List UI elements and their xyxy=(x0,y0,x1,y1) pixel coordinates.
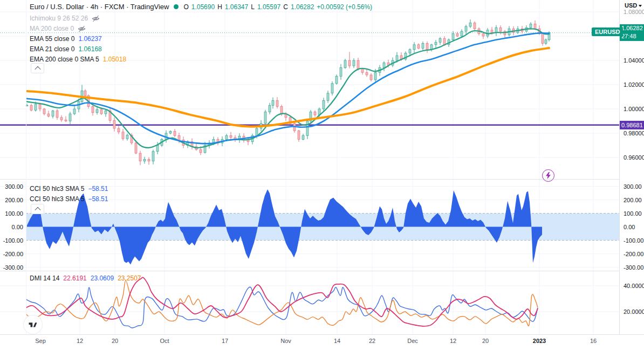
cci-tick: -100.00 xyxy=(624,237,643,244)
ohlc-high-label: H xyxy=(217,3,222,11)
price-tick: 1.02000 xyxy=(624,81,644,88)
last-price-value: 1.06282 xyxy=(621,24,644,32)
dmi-tick: 40.0000 xyxy=(624,283,644,289)
time-tick: 12 xyxy=(450,338,456,344)
indicator-cci1-label[interactable]: CCI 50 hlc3 SMA 5 xyxy=(30,185,84,193)
ohlc-change-value: +0.00592 (+0.56%) xyxy=(317,3,372,11)
ohlc-close-label: C xyxy=(283,3,288,11)
chevron-up-icon xyxy=(35,66,40,72)
indicator-ema21-value: 1.06168 xyxy=(78,45,101,53)
ohlc-high-value: 1.06347 xyxy=(225,3,248,11)
ohlc-close-value: 1.06282 xyxy=(291,3,314,11)
cci-tick-left: 300.00 xyxy=(5,183,23,190)
currency-dropdown[interactable]: USD xyxy=(625,2,642,9)
time-tick: 20 xyxy=(482,338,489,344)
indicator-cci2-label[interactable]: CCI 50 hlc3 SMA 5 xyxy=(30,195,84,203)
indicator-ichimoku-label[interactable]: Ichimoku 9 26 52 26 xyxy=(30,15,88,22)
cci-tick-left: -200.00 xyxy=(3,251,23,257)
pane-divider[interactable] xyxy=(0,271,619,271)
cci-tick-left: -300.00 xyxy=(3,264,23,271)
collapse-cci-legend-button[interactable] xyxy=(31,204,44,214)
cci-tick: -300.00 xyxy=(624,264,643,271)
series-marker-dot[interactable] xyxy=(174,4,179,9)
symbol-price-tag: EURUSD xyxy=(592,28,623,36)
right-price-axis[interactable]: USD 1.080001.040001.020001.000000.980000… xyxy=(620,0,644,350)
countdown-timer: 27:48 xyxy=(621,32,644,40)
flash-events-icon[interactable] xyxy=(542,169,554,182)
cci-tick: 0.00 xyxy=(624,224,635,230)
price-tick: 0.98000 xyxy=(624,130,644,136)
pane-divider[interactable] xyxy=(0,179,619,180)
currency-label: USD xyxy=(625,2,637,9)
ohlc-open-label: O xyxy=(183,3,188,11)
indicator-ema21-label[interactable]: EMA 21 close 0 xyxy=(30,45,74,53)
cci-tick: 100.00 xyxy=(624,210,642,217)
tradingview-chart-window: { "header": { "title": "Euro / U.S. Doll… xyxy=(0,0,644,350)
tradingview-logo[interactable] xyxy=(24,315,42,334)
indicator-dmi-plusdi-value: 23.0609 xyxy=(91,274,114,282)
indicator-dmi-label[interactable]: DMI 14 14 xyxy=(30,274,59,282)
cci-pane-chart[interactable] xyxy=(0,179,619,271)
cci-tick: 300.00 xyxy=(624,183,642,190)
time-tick: Sep xyxy=(35,338,46,344)
price-tick: 1.04000 xyxy=(624,57,644,64)
indicator-ema200-label[interactable]: EMA 200 close 0 SMA 5 xyxy=(30,56,99,63)
indicator-dmi-minusdi-value: 23.2507 xyxy=(118,274,141,282)
eye-hidden-icon[interactable] xyxy=(78,25,86,32)
chevron-up-icon xyxy=(35,207,40,212)
time-tick: Dec xyxy=(407,338,418,344)
indicator-cci2-value: −58.51 xyxy=(88,195,108,203)
cci-tick: -200.00 xyxy=(624,251,643,257)
indicator-ema200-value: 1.05018 xyxy=(103,56,126,63)
cci-tick-left: -100.00 xyxy=(3,237,23,244)
indicator-ema55-value: 1.06237 xyxy=(78,35,101,43)
indicator-ma200-label[interactable]: MA 200 close 0 xyxy=(30,25,74,32)
price-tick: 1.00000 xyxy=(624,106,644,112)
eye-hidden-icon[interactable] xyxy=(92,15,100,22)
ohlc-readout: O1.05690 H1.06347 L1.05597 C1.06282 +0.0… xyxy=(183,3,372,11)
time-tick: 20 xyxy=(112,338,118,344)
time-tick: 14 xyxy=(334,338,340,344)
ohlc-open-value: 1.05690 xyxy=(191,3,215,11)
cci-tick-left: 0.00 xyxy=(12,224,23,230)
ohlc-low-value: 1.05597 xyxy=(257,3,280,11)
cci-tick-left: 200.00 xyxy=(5,197,23,203)
level-price-badge: 0.98681 xyxy=(620,121,644,129)
ohlc-low-label: L xyxy=(251,3,255,11)
time-tick: Nov xyxy=(280,338,291,344)
price-pane-chart[interactable] xyxy=(0,0,619,179)
time-axis[interactable]: Sep1220Oct17Nov1422Dec1220202316 A xyxy=(0,334,644,350)
indicator-ema55-label[interactable]: EMA 55 close 0 xyxy=(30,35,74,43)
time-tick: 16 xyxy=(590,338,597,344)
cci-tick-left: 100.00 xyxy=(5,210,23,217)
left-gutter-line xyxy=(26,0,26,334)
cci-tick: 200.00 xyxy=(624,197,642,203)
indicator-cci1-value: −58.51 xyxy=(88,185,108,193)
time-tick: 2023 xyxy=(533,338,546,344)
symbol-title[interactable]: Euro / U.S. Dollar · 4h · FXCM · Trading… xyxy=(30,3,169,11)
last-price-badge: 1.06282 27:48 xyxy=(620,24,644,41)
time-tick: 12 xyxy=(77,338,83,344)
indicator-dmi-adx-value: 22.6191 xyxy=(63,274,86,282)
price-tick: 0.96000 xyxy=(624,154,644,161)
time-tick: 17 xyxy=(222,338,228,344)
time-tick: 22 xyxy=(369,338,375,344)
dmi-tick: 20.0000 xyxy=(624,308,644,315)
level-price-value: 0.98681 xyxy=(621,121,644,129)
price-tick: 1.08000 xyxy=(624,9,644,15)
collapse-legend-button[interactable] xyxy=(31,63,44,73)
time-tick: Oct xyxy=(160,338,169,344)
chevron-down-icon xyxy=(639,5,642,7)
